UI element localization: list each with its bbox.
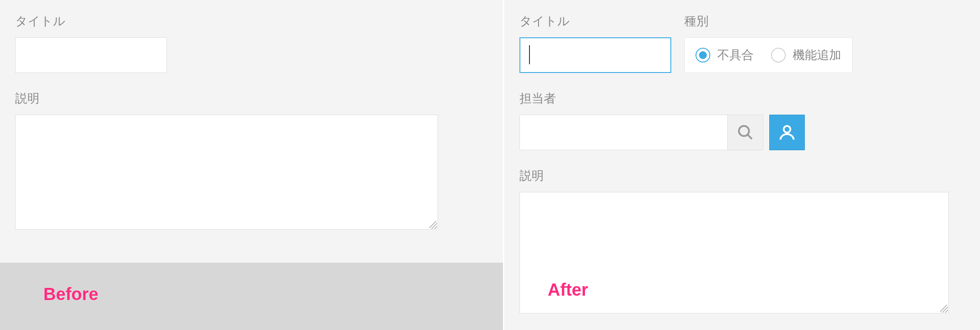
search-icon <box>737 124 754 141</box>
before-footer <box>0 263 503 330</box>
assignee-search-button[interactable] <box>728 115 763 150</box>
after-type-label: 種別 <box>684 13 853 30</box>
before-description-textarea[interactable] <box>15 115 438 230</box>
after-description-group: 説明 <box>519 168 965 314</box>
after-top-row: タイトル 種別 不具合 機能追加 <box>519 13 965 73</box>
svg-line-1 <box>748 135 752 139</box>
radio-option-bug[interactable]: 不具合 <box>696 47 754 63</box>
before-title-group: タイトル <box>15 13 488 73</box>
radio-circle-icon <box>696 48 710 63</box>
after-type-radio-group: 不具合 機能追加 <box>684 37 853 73</box>
after-description-label: 説明 <box>519 168 965 184</box>
before-title-input[interactable] <box>15 37 167 73</box>
before-title-label: タイトル <box>15 13 488 30</box>
after-description-textarea[interactable] <box>519 192 949 314</box>
before-pane: タイトル 説明 Before <box>0 0 503 330</box>
before-description-group: 説明 <box>15 90 488 230</box>
before-description-label: 説明 <box>15 90 488 107</box>
after-title-group: タイトル <box>519 13 671 73</box>
after-pane: タイトル 種別 不具合 機能追加 <box>503 0 980 330</box>
after-assignee-row <box>519 115 965 150</box>
after-assignee-label: 担当者 <box>519 90 965 107</box>
radio-label: 不具合 <box>717 47 754 63</box>
svg-point-2 <box>784 126 790 132</box>
comparison-wrap: タイトル 説明 Before タイトル 種別 <box>0 0 980 330</box>
radio-circle-icon <box>771 48 786 63</box>
person-icon <box>777 123 797 142</box>
after-title-label: タイトル <box>519 13 671 30</box>
after-assignee-group: 担当者 <box>519 90 965 150</box>
svg-point-0 <box>739 126 749 136</box>
radio-label: 機能追加 <box>793 47 841 63</box>
assignee-picker-button[interactable] <box>769 115 805 150</box>
radio-option-feature[interactable]: 機能追加 <box>771 47 841 63</box>
after-type-group: 種別 不具合 機能追加 <box>684 13 853 73</box>
radio-dot-icon <box>699 51 707 59</box>
after-assignee-input[interactable] <box>519 115 728 150</box>
after-title-input[interactable] <box>519 37 671 73</box>
